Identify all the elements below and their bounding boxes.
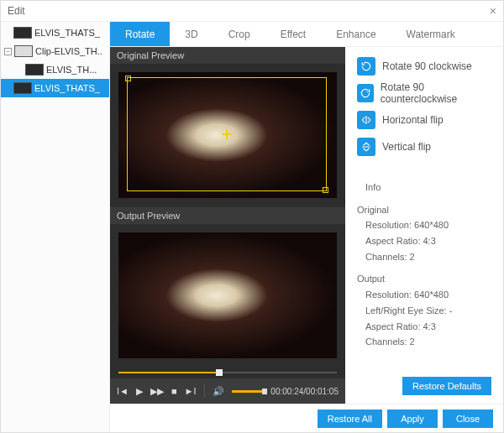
video-frame [118, 72, 337, 198]
file-tree: ELVIS_THATS_ − Clip-ELVIS_TH.. ELVIS_TH.… [1, 22, 110, 432]
time-display: 00:00:24/00:01:05 [270, 387, 339, 396]
tree-item[interactable]: ELVIS_TH... [1, 60, 109, 79]
hflip-icon [357, 111, 375, 129]
content-area: Original Preview Output Preview [110, 47, 503, 404]
playhead[interactable] [216, 369, 223, 376]
tab-crop[interactable]: Crop [213, 22, 265, 46]
next-frame-icon[interactable]: ►I [185, 386, 197, 396]
output-preview [110, 224, 345, 368]
vertical-flip-button[interactable]: Vertical flip [357, 136, 491, 158]
close-button[interactable]: Close [443, 410, 493, 428]
tab-watermark[interactable]: Watermark [391, 22, 470, 46]
rotate-cw-icon [357, 57, 375, 76]
horizontal-flip-button[interactable]: Horizontal flip [357, 109, 491, 131]
tab-rotate[interactable]: Rotate [110, 22, 170, 46]
crop-overlay[interactable] [127, 77, 327, 191]
edit-window: Edit × ELVIS_THATS_ − Clip-ELVIS_TH.. EL… [0, 0, 504, 433]
original-heading: Original [357, 202, 491, 218]
clip-thumb-icon [14, 45, 33, 57]
player-controls: I◄ ▶ ▶▶ ■ ►I 🔊 00:00:24/00:01:05 [110, 378, 345, 404]
tree-item-selected[interactable]: ELVIS_THATS_ [1, 79, 109, 97]
output-preview-label: Output Preview [110, 207, 345, 224]
original-preview-label: Original Preview [110, 47, 345, 64]
volume-slider[interactable] [232, 390, 256, 393]
stop-icon[interactable]: ■ [171, 386, 177, 396]
restore-all-button[interactable]: Restore All [318, 410, 382, 428]
video-frame [118, 232, 337, 358]
volume-icon[interactable]: 🔊 [213, 386, 224, 397]
tab-effect[interactable]: Effect [265, 22, 321, 46]
crosshair-icon [222, 129, 232, 139]
info-heading: Info [357, 180, 491, 196]
close-icon[interactable]: × [490, 4, 496, 18]
main-panel: Rotate 3D Crop Effect Enhance Watermark … [110, 22, 503, 432]
options-column: Rotate 90 clockwise Rotate 90 counterclo… [345, 47, 503, 404]
collapse-icon[interactable]: − [4, 48, 12, 55]
tree-item[interactable]: ELVIS_THATS_ [1, 23, 109, 42]
play-icon[interactable]: ▶ [136, 386, 143, 397]
info-block: Info Original Resolution640*480 Aspect R… [357, 180, 491, 350]
window-title: Edit [8, 5, 25, 17]
output-heading: Output [357, 271, 491, 287]
video-thumb-icon [13, 27, 32, 39]
edit-tabs: Rotate 3D Crop Effect Enhance Watermark [110, 22, 503, 47]
tree-item[interactable]: − Clip-ELVIS_TH.. [1, 42, 109, 60]
video-thumb-icon [13, 82, 32, 94]
preview-column: Original Preview Output Preview [110, 47, 345, 404]
timeline[interactable] [110, 367, 345, 378]
tab-enhance[interactable]: Enhance [321, 22, 391, 46]
original-preview[interactable] [110, 64, 345, 207]
vflip-icon [357, 138, 375, 156]
video-thumb-icon [25, 64, 44, 76]
tab-3d[interactable]: 3D [170, 22, 213, 46]
fast-forward-icon[interactable]: ▶▶ [150, 386, 164, 397]
restore-defaults-button[interactable]: Restore Defaults [402, 377, 491, 395]
prev-frame-icon[interactable]: I◄ [117, 386, 129, 396]
rotate-ccw-icon [357, 84, 374, 102]
titlebar: Edit × [1, 1, 503, 22]
footer-actions: Restore All Apply Close [110, 404, 503, 432]
rotate-cw-button[interactable]: Rotate 90 clockwise [357, 55, 491, 77]
rotate-ccw-button[interactable]: Rotate 90 counterclockwise [357, 82, 491, 104]
body: ELVIS_THATS_ − Clip-ELVIS_TH.. ELVIS_TH.… [1, 22, 503, 432]
apply-button[interactable]: Apply [387, 410, 438, 428]
